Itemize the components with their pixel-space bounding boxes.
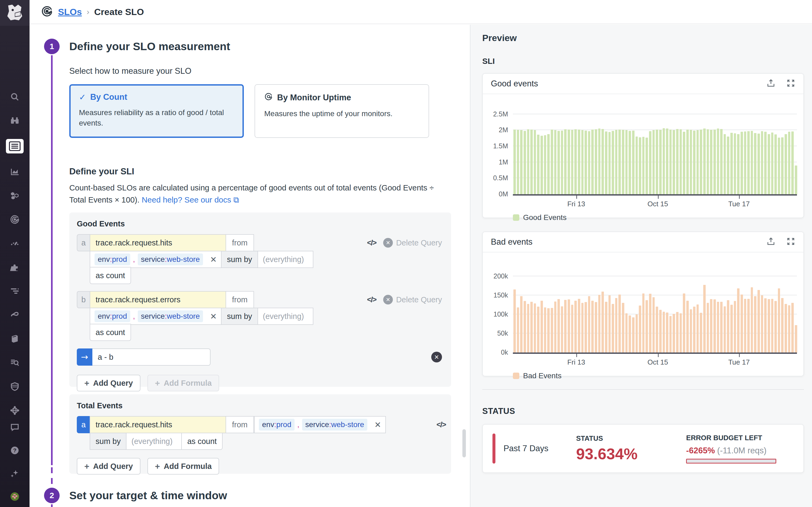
add-formula-button[interactable]: +Add Formula	[147, 458, 219, 474]
app-sidebar: ?	[0, 0, 30, 507]
query-letter-a-selected[interactable]: a	[77, 416, 90, 433]
bar	[653, 130, 655, 194]
clear-filters-icon[interactable]: ✕	[374, 420, 381, 430]
datadog-logo[interactable]	[0, 0, 30, 26]
bar	[751, 287, 753, 352]
bar	[628, 131, 631, 194]
bar	[690, 130, 692, 194]
bar	[524, 131, 526, 194]
step-rail-dashed-2	[51, 504, 53, 507]
sum-by-label: sum by	[90, 433, 126, 450]
notebooks-book-icon[interactable]	[9, 333, 20, 344]
expand-icon[interactable]	[786, 78, 795, 89]
export-icon[interactable]	[766, 78, 775, 89]
as-count-chip[interactable]: as count	[182, 433, 222, 450]
bar	[673, 130, 675, 194]
dashboards-chart-icon[interactable]	[9, 166, 20, 177]
delete-query-button[interactable]: ✕ Delete Query	[383, 238, 442, 247]
as-count-chip[interactable]: as count	[90, 267, 131, 284]
breadcrumb-slos-link[interactable]: SLOs	[58, 7, 82, 17]
x-axis-tick	[739, 354, 740, 357]
infrastructure-hexagons-icon[interactable]	[9, 190, 20, 201]
code-view-icon[interactable]: </>	[437, 420, 446, 429]
bar	[659, 130, 662, 194]
filter-chip-service: service:web-store	[138, 253, 203, 265]
scrollbar-thumb[interactable]	[462, 429, 466, 457]
bar	[747, 299, 750, 352]
group-by-input[interactable]: (everything)	[258, 251, 313, 268]
metrics-gauge-icon[interactable]	[9, 238, 20, 249]
bar	[730, 305, 733, 352]
logs-pipeline-icon[interactable]	[9, 285, 20, 297]
log-search-icon[interactable]	[9, 357, 20, 368]
bar	[618, 129, 621, 194]
search-icon[interactable]	[9, 91, 20, 103]
bar	[697, 304, 699, 352]
add-query-button[interactable]: +Add Query	[77, 458, 141, 474]
formula-arrow-button[interactable]: →	[77, 348, 92, 365]
bar	[612, 131, 614, 194]
clear-filters-icon[interactable]: ✕	[210, 312, 217, 321]
filter-group[interactable]: env:prod , service:web-store ✕	[90, 251, 221, 268]
metric-input[interactable]: trace.rack.request.hits	[90, 416, 226, 433]
delete-circle-x-icon: ✕	[383, 238, 393, 247]
good-events-plot[interactable]: 2.5M2M1.5M1M0.5M0MFri 13Oct 15Tue 17	[513, 107, 797, 195]
code-view-icon[interactable]: </>	[367, 295, 376, 304]
watchdog-binoculars-icon[interactable]	[9, 115, 20, 126]
help-icon[interactable]: ?	[9, 445, 20, 456]
bad-events-plot[interactable]: 200k150k100k50k0kFri 13Oct 15Tue 17	[513, 265, 797, 354]
metric-input[interactable]: trace.rack.request.hits	[90, 234, 226, 251]
export-icon[interactable]	[766, 237, 775, 247]
formula-input[interactable]	[92, 348, 210, 365]
query-letter-b[interactable]: b	[77, 291, 90, 308]
security-shield-icon[interactable]	[9, 381, 20, 392]
y-axis-tick-label: 100k	[485, 311, 508, 318]
bar	[784, 304, 787, 352]
add-query-button[interactable]: +Add Query	[77, 375, 141, 391]
remove-formula-icon[interactable]: ✕	[431, 352, 442, 362]
sparkles-icon[interactable]	[9, 468, 20, 479]
expand-icon[interactable]	[786, 237, 795, 247]
query-letter-a[interactable]: a	[77, 234, 90, 251]
bar	[551, 129, 553, 194]
by-monitor-uptime-card[interactable]: By Monitor Uptime Measures the uptime of…	[255, 84, 429, 138]
user-avatar[interactable]	[9, 491, 20, 502]
integrations-puzzle-icon[interactable]	[9, 262, 20, 273]
sli-description: Count-based SLOs are calculated using a …	[69, 182, 445, 206]
filter-group[interactable]: env:prod , service:web-store ✕	[254, 416, 386, 433]
metric-input[interactable]: trace.rack.request.errors	[90, 291, 226, 308]
docs-link[interactable]: Need help? See our docs ⧉	[142, 195, 239, 204]
filter-group[interactable]: env:prod , service:web-store ✕	[90, 308, 221, 325]
bar	[720, 302, 723, 352]
bar	[574, 301, 577, 352]
add-formula-button[interactable]: +Add Formula	[147, 375, 219, 391]
code-view-icon[interactable]: </>	[367, 238, 376, 247]
network-globe-icon[interactable]	[9, 405, 20, 416]
bar	[663, 128, 665, 194]
bar	[615, 130, 618, 194]
bar	[683, 293, 685, 352]
x-axis-tick-label: Oct 15	[647, 200, 668, 208]
y-axis-tick-label: 150k	[485, 291, 508, 299]
bar	[632, 317, 635, 352]
slo-target-icon[interactable]	[9, 214, 20, 225]
step-rail-dashed	[51, 467, 53, 487]
group-by-input[interactable]: (everything)	[258, 308, 313, 325]
group-by-input[interactable]: (everything)	[126, 433, 182, 450]
by-count-card[interactable]: ✓ By Count Measures reliability as a rat…	[69, 84, 244, 138]
bar	[761, 131, 763, 194]
svg-text:?: ?	[13, 447, 17, 453]
events-list-icon[interactable]	[6, 139, 23, 154]
bar	[788, 305, 791, 352]
chat-icon[interactable]	[9, 422, 20, 433]
as-count-chip[interactable]: as count	[90, 324, 131, 341]
by-monitor-uptime-title: By Monitor Uptime	[277, 93, 351, 103]
delete-query-button[interactable]: ✕ Delete Query	[383, 295, 442, 304]
bar	[679, 129, 682, 194]
bar	[724, 306, 726, 352]
bad-events-chart-title: Bad events	[491, 237, 766, 247]
apm-link-icon[interactable]	[9, 309, 20, 321]
bar	[741, 132, 743, 194]
x-axis-tick	[576, 195, 577, 199]
clear-filters-icon[interactable]: ✕	[210, 255, 217, 264]
